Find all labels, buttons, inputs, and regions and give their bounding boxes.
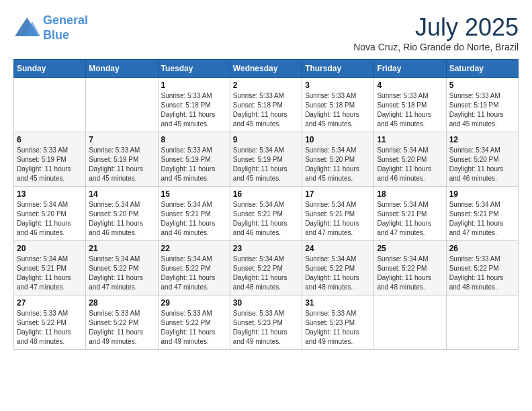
- day-number: 11: [377, 135, 443, 144]
- day-info: Sunrise: 5:33 AM Sunset: 5:19 PM Dayligh…: [161, 146, 227, 183]
- calendar-cell: 16Sunrise: 5:34 AM Sunset: 5:21 PM Dayli…: [230, 187, 302, 241]
- col-header-monday: Monday: [86, 60, 158, 78]
- day-number: 22: [161, 244, 227, 253]
- calendar-cell: 3Sunrise: 5:33 AM Sunset: 5:18 PM Daylig…: [302, 78, 374, 132]
- day-info: Sunrise: 5:34 AM Sunset: 5:22 PM Dayligh…: [161, 255, 227, 292]
- day-info: Sunrise: 5:33 AM Sunset: 5:19 PM Dayligh…: [17, 146, 83, 183]
- day-number: 28: [89, 298, 154, 308]
- day-number: 6: [17, 135, 83, 144]
- col-header-wednesday: Wednesday: [230, 60, 302, 78]
- day-info: Sunrise: 5:34 AM Sunset: 5:21 PM Dayligh…: [233, 200, 299, 238]
- day-number: 12: [449, 135, 515, 144]
- calendar-cell: 19Sunrise: 5:34 AM Sunset: 5:21 PM Dayli…: [446, 187, 518, 241]
- day-number: 10: [305, 135, 371, 144]
- calendar-cell: 13Sunrise: 5:34 AM Sunset: 5:20 PM Dayli…: [14, 187, 86, 241]
- calendar-cell: 1Sunrise: 5:33 AM Sunset: 5:18 PM Daylig…: [158, 78, 230, 132]
- day-info: Sunrise: 5:34 AM Sunset: 5:22 PM Dayligh…: [377, 255, 443, 292]
- day-info: Sunrise: 5:34 AM Sunset: 5:21 PM Dayligh…: [17, 255, 83, 292]
- calendar-cell: [446, 295, 518, 350]
- day-number: 21: [89, 244, 154, 253]
- calendar-cell: 7Sunrise: 5:33 AM Sunset: 5:19 PM Daylig…: [86, 132, 158, 187]
- col-header-thursday: Thursday: [302, 60, 374, 78]
- calendar-cell: 10Sunrise: 5:34 AM Sunset: 5:20 PM Dayli…: [302, 132, 374, 187]
- logo: General Blue: [13, 13, 88, 42]
- day-info: Sunrise: 5:34 AM Sunset: 5:20 PM Dayligh…: [89, 200, 154, 238]
- day-number: 19: [449, 189, 515, 199]
- day-number: 3: [305, 81, 371, 90]
- col-header-saturday: Saturday: [446, 60, 518, 78]
- day-number: 1: [161, 81, 227, 90]
- day-number: 24: [305, 244, 371, 253]
- calendar-cell: 5Sunrise: 5:33 AM Sunset: 5:19 PM Daylig…: [446, 78, 518, 132]
- day-info: Sunrise: 5:33 AM Sunset: 5:23 PM Dayligh…: [233, 309, 299, 347]
- col-header-tuesday: Tuesday: [158, 60, 230, 78]
- day-info: Sunrise: 5:34 AM Sunset: 5:20 PM Dayligh…: [305, 146, 371, 183]
- calendar-cell: 27Sunrise: 5:33 AM Sunset: 5:22 PM Dayli…: [14, 295, 86, 350]
- day-number: 9: [233, 135, 299, 144]
- calendar-week-2: 6Sunrise: 5:33 AM Sunset: 5:19 PM Daylig…: [14, 132, 519, 187]
- day-info: Sunrise: 5:34 AM Sunset: 5:20 PM Dayligh…: [17, 200, 83, 238]
- day-info: Sunrise: 5:34 AM Sunset: 5:20 PM Dayligh…: [377, 146, 443, 183]
- calendar-cell: 31Sunrise: 5:33 AM Sunset: 5:23 PM Dayli…: [302, 295, 374, 350]
- day-number: 16: [233, 189, 299, 199]
- day-info: Sunrise: 5:33 AM Sunset: 5:18 PM Dayligh…: [233, 91, 299, 129]
- col-header-friday: Friday: [374, 60, 446, 78]
- day-info: Sunrise: 5:33 AM Sunset: 5:19 PM Dayligh…: [449, 91, 515, 129]
- day-info: Sunrise: 5:34 AM Sunset: 5:21 PM Dayligh…: [377, 200, 443, 238]
- calendar-week-5: 27Sunrise: 5:33 AM Sunset: 5:22 PM Dayli…: [14, 295, 519, 350]
- calendar-cell: 12Sunrise: 5:34 AM Sunset: 5:20 PM Dayli…: [446, 132, 518, 187]
- day-number: 17: [305, 189, 371, 199]
- day-info: Sunrise: 5:33 AM Sunset: 5:22 PM Dayligh…: [161, 309, 227, 347]
- day-number: 2: [233, 81, 299, 90]
- calendar-cell: 6Sunrise: 5:33 AM Sunset: 5:19 PM Daylig…: [14, 132, 86, 187]
- page-header: General Blue July 2025 Nova Cruz, Rio Gr…: [13, 13, 519, 52]
- day-info: Sunrise: 5:34 AM Sunset: 5:21 PM Dayligh…: [305, 200, 371, 238]
- day-number: 30: [233, 298, 299, 308]
- calendar-cell: 25Sunrise: 5:34 AM Sunset: 5:22 PM Dayli…: [374, 241, 446, 295]
- logo-icon: [13, 16, 40, 40]
- calendar-week-1: 1Sunrise: 5:33 AM Sunset: 5:18 PM Daylig…: [14, 78, 519, 132]
- day-number: 14: [89, 189, 154, 199]
- calendar-cell: 29Sunrise: 5:33 AM Sunset: 5:22 PM Dayli…: [158, 295, 230, 350]
- day-number: 23: [233, 244, 299, 253]
- calendar-cell: 20Sunrise: 5:34 AM Sunset: 5:21 PM Dayli…: [14, 241, 86, 295]
- day-info: Sunrise: 5:34 AM Sunset: 5:20 PM Dayligh…: [449, 146, 515, 183]
- calendar-cell: 18Sunrise: 5:34 AM Sunset: 5:21 PM Dayli…: [374, 187, 446, 241]
- calendar-cell: [86, 78, 158, 132]
- day-number: 20: [17, 244, 83, 253]
- day-info: Sunrise: 5:34 AM Sunset: 5:21 PM Dayligh…: [161, 200, 227, 238]
- day-info: Sunrise: 5:33 AM Sunset: 5:19 PM Dayligh…: [89, 146, 154, 183]
- day-number: 15: [161, 189, 227, 199]
- day-number: 31: [305, 298, 371, 308]
- day-number: 18: [377, 189, 443, 199]
- calendar-cell: 14Sunrise: 5:34 AM Sunset: 5:20 PM Dayli…: [86, 187, 158, 241]
- day-info: Sunrise: 5:34 AM Sunset: 5:22 PM Dayligh…: [89, 255, 154, 292]
- day-number: 25: [377, 244, 443, 253]
- subtitle: Nova Cruz, Rio Grande do Norte, Brazil: [353, 42, 519, 52]
- calendar-cell: 22Sunrise: 5:34 AM Sunset: 5:22 PM Dayli…: [158, 241, 230, 295]
- calendar-week-3: 13Sunrise: 5:34 AM Sunset: 5:20 PM Dayli…: [14, 187, 519, 241]
- day-info: Sunrise: 5:33 AM Sunset: 5:18 PM Dayligh…: [377, 91, 443, 129]
- calendar-cell: 17Sunrise: 5:34 AM Sunset: 5:21 PM Dayli…: [302, 187, 374, 241]
- calendar-cell: 15Sunrise: 5:34 AM Sunset: 5:21 PM Dayli…: [158, 187, 230, 241]
- calendar-cell: 2Sunrise: 5:33 AM Sunset: 5:18 PM Daylig…: [230, 78, 302, 132]
- calendar-cell: 21Sunrise: 5:34 AM Sunset: 5:22 PM Dayli…: [86, 241, 158, 295]
- day-number: 27: [17, 298, 83, 308]
- calendar-cell: [14, 78, 86, 132]
- calendar-cell: 9Sunrise: 5:34 AM Sunset: 5:19 PM Daylig…: [230, 132, 302, 187]
- calendar-header-row: SundayMondayTuesdayWednesdayThursdayFrid…: [14, 60, 519, 78]
- day-info: Sunrise: 5:34 AM Sunset: 5:22 PM Dayligh…: [233, 255, 299, 292]
- day-number: 5: [449, 81, 515, 90]
- calendar-cell: 8Sunrise: 5:33 AM Sunset: 5:19 PM Daylig…: [158, 132, 230, 187]
- calendar-cell: [374, 295, 446, 350]
- calendar-cell: 11Sunrise: 5:34 AM Sunset: 5:20 PM Dayli…: [374, 132, 446, 187]
- day-info: Sunrise: 5:33 AM Sunset: 5:23 PM Dayligh…: [305, 309, 371, 347]
- calendar-cell: 24Sunrise: 5:34 AM Sunset: 5:22 PM Dayli…: [302, 241, 374, 295]
- day-info: Sunrise: 5:34 AM Sunset: 5:21 PM Dayligh…: [449, 200, 515, 238]
- col-header-sunday: Sunday: [14, 60, 86, 78]
- day-info: Sunrise: 5:33 AM Sunset: 5:18 PM Dayligh…: [305, 91, 371, 129]
- day-info: Sunrise: 5:33 AM Sunset: 5:22 PM Dayligh…: [17, 309, 83, 347]
- day-info: Sunrise: 5:33 AM Sunset: 5:22 PM Dayligh…: [89, 309, 154, 347]
- day-info: Sunrise: 5:34 AM Sunset: 5:19 PM Dayligh…: [233, 146, 299, 183]
- day-number: 26: [449, 244, 515, 253]
